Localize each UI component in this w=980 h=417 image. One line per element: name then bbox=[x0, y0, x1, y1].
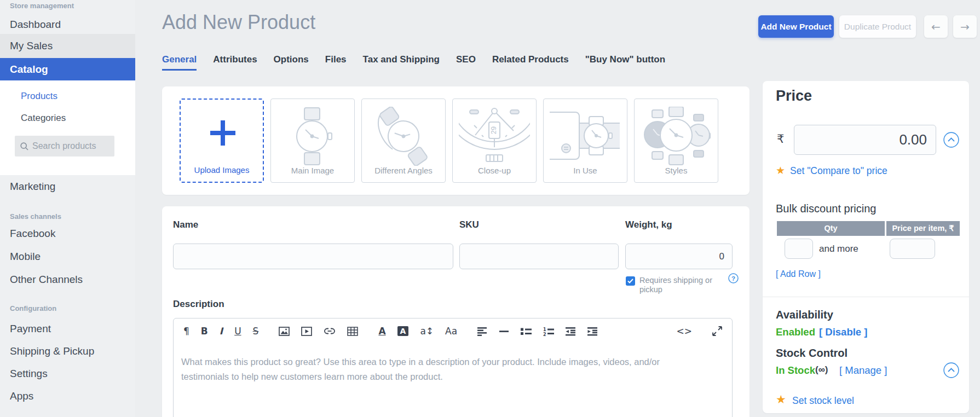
sidebar-item-dashboard[interactable]: Dashboard bbox=[10, 19, 61, 31]
add-new-product-button[interactable]: Add New Product bbox=[758, 15, 834, 38]
manage-stock-link[interactable]: [ Manage ] bbox=[839, 364, 887, 377]
upload-images-label: Upload Images bbox=[181, 165, 263, 175]
tab-tax-and-shipping[interactable]: Tax and Shipping bbox=[363, 54, 440, 71]
sidebar-item-my-sales[interactable]: My Sales bbox=[0, 34, 135, 58]
underline-icon[interactable]: U bbox=[234, 326, 241, 337]
weight-input[interactable] bbox=[625, 244, 733, 269]
sidebar: Store management Dashboard My Sales Cata… bbox=[0, 0, 135, 417]
disable-link[interactable]: [ Disable ] bbox=[819, 326, 867, 338]
indent-icon[interactable] bbox=[587, 327, 598, 336]
configuration-label: Configuration bbox=[10, 304, 56, 312]
sidebar-item-products[interactable]: Products bbox=[21, 91, 57, 102]
stock-level-star-icon: ★ bbox=[776, 393, 786, 406]
price-title: Price bbox=[776, 88, 812, 105]
italic-icon[interactable]: I bbox=[220, 326, 223, 337]
search-input[interactable] bbox=[32, 141, 109, 151]
product-search bbox=[15, 136, 114, 157]
and-more-text: and more bbox=[819, 244, 858, 254]
insert-table-icon[interactable] bbox=[347, 327, 358, 336]
name-input[interactable] bbox=[173, 244, 453, 269]
sidebar-item-catalog[interactable]: Catalog bbox=[0, 58, 135, 80]
sidebar-item-payment[interactable]: Payment bbox=[10, 323, 51, 335]
collapse-stock-icon[interactable] bbox=[943, 362, 959, 380]
bulk-qty-input[interactable] bbox=[785, 239, 813, 259]
sku-label: SKU bbox=[459, 219, 479, 230]
sidebar-item-marketing[interactable]: Marketing bbox=[10, 181, 55, 193]
next-product-button[interactable]: → bbox=[953, 15, 977, 38]
styles-label: Styles bbox=[635, 166, 718, 175]
compare-price-star-icon: ★ bbox=[776, 164, 785, 177]
sidebar-item-shipping-pickup[interactable]: Shipping & Pickup bbox=[10, 345, 94, 357]
horizontal-rule-icon[interactable] bbox=[499, 327, 509, 336]
currency-symbol: ₹ bbox=[777, 132, 784, 146]
set-compare-price-link[interactable]: Set "Compare to" price bbox=[790, 165, 887, 177]
checkmark-icon bbox=[627, 279, 633, 283]
bulk-price-input[interactable] bbox=[890, 239, 935, 259]
store-management-label: Store management bbox=[10, 2, 74, 10]
outdent-icon[interactable] bbox=[566, 327, 576, 336]
close-up-label: Close-up bbox=[453, 166, 536, 175]
editor-toolbar: ¶ B I U S A A a↕ Aa 12 <> bbox=[174, 318, 732, 344]
font-size-icon[interactable]: a↕ bbox=[420, 326, 434, 337]
requires-shipping-label: Requires shipping or pickup bbox=[639, 276, 723, 294]
plus-icon bbox=[210, 120, 235, 146]
styles-tile: Styles bbox=[634, 99, 718, 183]
numbered-list-icon[interactable]: 12 bbox=[543, 327, 554, 336]
price-stock-panel: Price ₹ ★ Set "Compare to" price Bulk di… bbox=[763, 81, 969, 413]
align-left-icon[interactable] bbox=[477, 327, 488, 336]
sidebar-item-mobile[interactable]: Mobile bbox=[10, 251, 41, 263]
sales-channels-label: Sales channels bbox=[10, 212, 61, 221]
sidebar-item-other-channels[interactable]: Other Channels bbox=[10, 274, 83, 286]
price-per-item-header: Price per item, ₹ bbox=[886, 221, 960, 236]
images-card: Upload Images Main Image bbox=[162, 86, 750, 195]
paragraph-icon[interactable]: ¶ bbox=[183, 326, 189, 337]
in-use-tile: In Use bbox=[543, 99, 627, 183]
text-color-icon[interactable]: A bbox=[378, 326, 385, 337]
main-image-label: Main Image bbox=[271, 166, 354, 175]
bold-icon[interactable]: B bbox=[201, 326, 208, 337]
different-angles-tile: Different Angles bbox=[361, 99, 446, 183]
svg-text:29: 29 bbox=[489, 126, 498, 134]
sidebar-item-apps[interactable]: Apps bbox=[10, 390, 33, 402]
collapse-price-icon[interactable] bbox=[943, 132, 959, 150]
previous-product-button[interactable]: ← bbox=[924, 15, 948, 38]
tab-buy-now-button[interactable]: "Buy Now" button bbox=[585, 54, 665, 71]
font-family-icon[interactable]: Aa bbox=[445, 326, 457, 337]
insert-link-icon[interactable] bbox=[324, 327, 336, 335]
fullscreen-icon[interactable] bbox=[712, 326, 722, 336]
tab-attributes[interactable]: Attributes bbox=[213, 54, 257, 71]
main-image-tile: Main Image bbox=[270, 99, 355, 183]
shipping-help-icon[interactable]: ? bbox=[728, 273, 739, 286]
sidebar-item-settings[interactable]: Settings bbox=[10, 368, 48, 380]
source-code-icon[interactable]: <> bbox=[677, 326, 693, 337]
strikethrough-icon[interactable]: S bbox=[253, 326, 259, 337]
tab-related-products[interactable]: Related Products bbox=[492, 54, 569, 71]
name-label: Name bbox=[173, 219, 198, 230]
availability-title: Availability bbox=[776, 309, 833, 321]
tab-general[interactable]: General bbox=[162, 54, 197, 71]
price-input[interactable] bbox=[794, 125, 936, 155]
sku-input[interactable] bbox=[459, 244, 619, 269]
tab-files[interactable]: Files bbox=[325, 54, 347, 71]
requires-shipping-checkbox[interactable] bbox=[626, 276, 635, 286]
stock-status: In Stock bbox=[776, 364, 815, 377]
weight-label: Weight, kg bbox=[625, 219, 672, 230]
watch-on-wrist-icon bbox=[550, 107, 621, 166]
upload-images-tile[interactable]: Upload Images bbox=[180, 99, 264, 183]
different-angles-label: Different Angles bbox=[362, 166, 445, 175]
tab-options[interactable]: Options bbox=[274, 54, 309, 71]
details-card: Name SKU Weight, kg Requires shipping or… bbox=[162, 206, 750, 417]
set-stock-level-link[interactable]: Set stock level bbox=[792, 395, 854, 407]
tab-seo[interactable]: SEO bbox=[456, 54, 476, 71]
duplicate-product-button[interactable]: Duplicate Product bbox=[839, 15, 916, 38]
bullet-list-icon[interactable] bbox=[521, 327, 532, 336]
highlight-color-icon[interactable]: A bbox=[397, 326, 409, 336]
sidebar-item-facebook[interactable]: Facebook bbox=[10, 228, 55, 240]
watch-styles-icon bbox=[638, 107, 714, 166]
sidebar-item-categories[interactable]: Categories bbox=[21, 113, 66, 124]
description-input-area[interactable]: What makes this product so great? Use th… bbox=[181, 355, 701, 384]
insert-image-icon[interactable] bbox=[279, 327, 290, 336]
insert-video-icon[interactable] bbox=[301, 327, 312, 336]
add-row-link[interactable]: [ Add Row ] bbox=[776, 269, 821, 279]
bulk-table-header: Qty Price per item, ₹ bbox=[777, 221, 960, 236]
